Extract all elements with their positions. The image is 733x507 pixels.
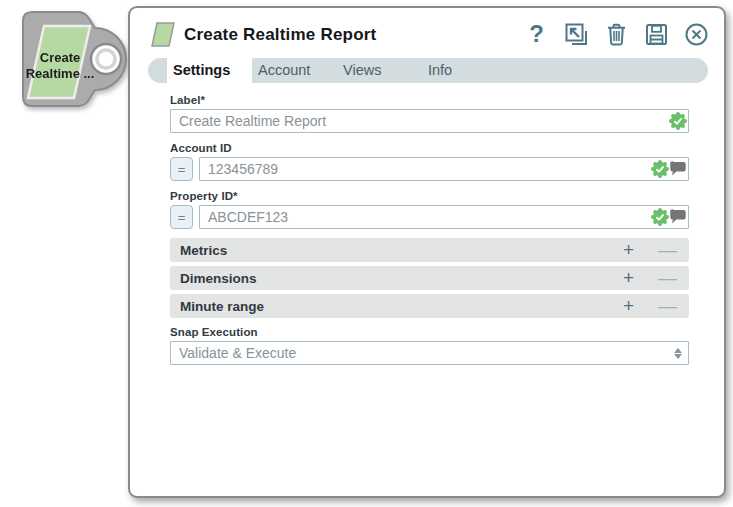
section-dimensions[interactable]: Dimensions + —: [170, 266, 689, 290]
account-id-caption: Account ID: [170, 142, 689, 154]
field-account-id: Account ID =: [170, 142, 689, 181]
property-id-input[interactable]: [199, 205, 689, 229]
header-actions: ?: [524, 22, 709, 47]
field-property-id: Property ID* =: [170, 190, 689, 229]
delete-icon[interactable]: [604, 22, 629, 47]
snap-execution-select[interactable]: Validate & Execute: [170, 341, 689, 365]
snap-node-label-line2: Realtime ...: [26, 66, 95, 81]
svg-text:?: ?: [529, 22, 544, 47]
select-spinner-icon[interactable]: [674, 348, 682, 359]
snap-type-icon: [150, 21, 176, 48]
snap-execution-caption: Snap Execution: [170, 326, 689, 338]
label-field-caption: Label*: [170, 94, 689, 106]
settings-form: Label*: [130, 83, 724, 365]
tab-settings[interactable]: Settings: [167, 58, 252, 83]
dialog-header: Create Realtime Report ?: [130, 8, 724, 56]
tab-info[interactable]: Info: [422, 58, 507, 83]
section-title: Minute range: [180, 299, 623, 314]
remove-row-icon[interactable]: —: [658, 295, 677, 317]
expression-toggle-button[interactable]: =: [170, 205, 193, 229]
save-icon[interactable]: [644, 22, 669, 47]
dialog-title: Create Realtime Report: [184, 25, 524, 45]
add-row-icon[interactable]: +: [623, 267, 634, 289]
remove-row-icon[interactable]: —: [658, 239, 677, 261]
add-row-icon[interactable]: +: [623, 239, 634, 261]
tab-account[interactable]: Account: [252, 58, 337, 83]
snap-node-label-line1: Create: [40, 50, 80, 65]
field-snap-execution: Snap Execution Validate & Execute: [170, 326, 689, 365]
snap-settings-dialog: Create Realtime Report ?: [128, 6, 726, 498]
snap-execution-value: Validate & Execute: [179, 345, 674, 361]
account-id-input[interactable]: [199, 157, 689, 181]
label-input[interactable]: [170, 109, 689, 133]
close-icon[interactable]: [684, 22, 709, 47]
valid-check-icon: [651, 208, 669, 226]
tab-bar: Settings Account Views Info: [148, 58, 708, 83]
section-metrics[interactable]: Metrics + —: [170, 238, 689, 262]
valid-check-icon: [669, 112, 687, 130]
valid-check-icon: [651, 160, 669, 178]
field-label: Label*: [170, 94, 689, 133]
add-row-icon[interactable]: +: [623, 295, 634, 317]
property-id-caption: Property ID*: [170, 190, 689, 202]
section-title: Metrics: [180, 243, 623, 258]
help-icon[interactable]: ?: [524, 22, 549, 47]
section-minute-range[interactable]: Minute range + —: [170, 294, 689, 318]
section-title: Dimensions: [180, 271, 623, 286]
open-in-new-icon[interactable]: [564, 22, 589, 47]
comment-bubble-icon[interactable]: [670, 209, 687, 225]
tab-views[interactable]: Views: [337, 58, 422, 83]
snap-node[interactable]: Create Realtime ...: [8, 4, 130, 116]
comment-bubble-icon[interactable]: [670, 161, 687, 177]
expression-toggle-button[interactable]: =: [170, 157, 193, 181]
remove-row-icon[interactable]: —: [658, 267, 677, 289]
accordion-sections: Metrics + — Dimensions + — Minute range …: [170, 238, 689, 318]
